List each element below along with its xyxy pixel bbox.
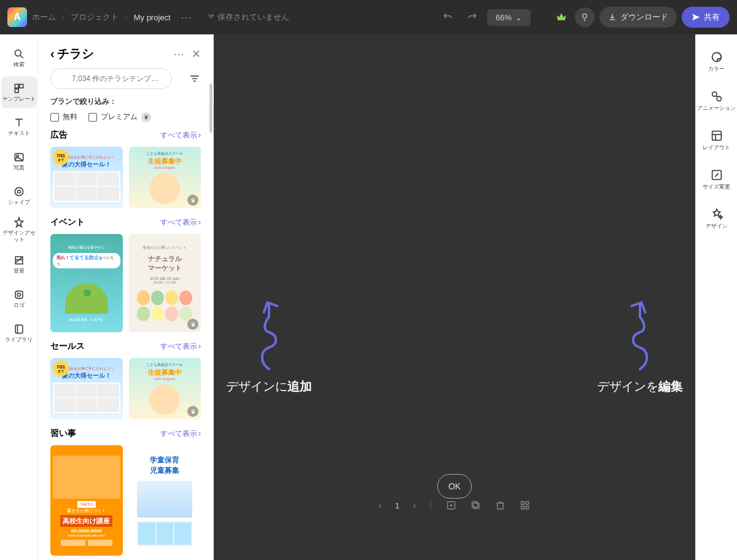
filter-premium-checkbox[interactable]: プレミアム♛ — [88, 112, 151, 122]
svg-rect-24 — [712, 131, 721, 141]
curly-arrow-icon — [251, 298, 287, 372]
rightbar-item-resize[interactable]: サイズ変更 — [697, 162, 736, 196]
svg-point-22 — [712, 92, 716, 96]
svg-rect-17 — [521, 502, 524, 505]
svg-rect-15 — [472, 502, 477, 507]
next-page-button[interactable]: › — [413, 500, 416, 510]
template-search-input[interactable] — [50, 68, 172, 89]
top-bar: A ホーム › プロジェクト › My project ⋯ 保存されていません … — [0, 0, 737, 34]
panel-close-button[interactable]: ✕ — [192, 47, 201, 61]
svg-point-1 — [15, 50, 21, 56]
panel-title: ‹ チラシ — [50, 45, 168, 62]
svg-rect-10 — [15, 291, 23, 298]
grid-view-button[interactable] — [519, 500, 530, 511]
svg-rect-16 — [497, 503, 503, 509]
sidebar-item-text[interactable]: テキスト — [1, 111, 37, 142]
panel-menu-button[interactable]: ⋯ — [173, 47, 184, 61]
premium-badge-icon: ♛ — [187, 319, 198, 330]
back-chevron-icon[interactable]: ‹ — [50, 47, 55, 61]
template-thumb[interactable]: 7/31まで 家電製品をお得に手に入れよう！ 夏の大得セール！ — [50, 147, 123, 208]
svg-rect-20 — [526, 507, 529, 510]
premium-badge-icon: ♛ — [187, 406, 198, 417]
svg-rect-2 — [15, 84, 18, 88]
ok-button[interactable]: OK — [437, 474, 472, 499]
left-toolbar: 検索 テンプレート テキスト 写真 シェイプ デザインアセット 背景 ロゴ ライ… — [0, 34, 38, 560]
svg-rect-4 — [15, 88, 18, 92]
filter-button[interactable] — [189, 72, 201, 85]
delete-page-button[interactable] — [494, 500, 505, 511]
svg-rect-19 — [521, 507, 524, 510]
sidebar-item-background[interactable]: 背景 — [1, 248, 37, 280]
sidebar-item-design-assets[interactable]: デザインアセット — [1, 214, 37, 246]
callout-add-to-design: デザインに追加 — [226, 298, 312, 395]
rightbar-item-layout[interactable]: レイアウト — [697, 123, 736, 157]
download-button[interactable]: ダウンロード — [599, 7, 677, 28]
template-thumb[interactable]: 地域の人に優しいイベント ナチュラル マーケット 4/15 sat 16 sun… — [129, 234, 201, 332]
rightbar-item-animation[interactable]: アニメーション — [697, 84, 736, 118]
breadcrumb-sep-icon: › — [125, 13, 127, 22]
breadcrumb: ホーム › プロジェクト › My project — [32, 12, 171, 23]
sidebar-item-shape[interactable]: シェイプ — [1, 179, 37, 211]
breadcrumb-home[interactable]: ホーム — [32, 12, 56, 23]
prev-page-button[interactable]: ‹ — [379, 500, 382, 510]
breadcrumb-sep-icon: › — [62, 13, 64, 22]
section-more-ads[interactable]: すべて表示 › — [160, 130, 201, 141]
breadcrumb-projects[interactable]: プロジェクト — [71, 12, 119, 23]
section-title-lessons: 習い事 — [50, 428, 76, 439]
save-status: 保存されていません — [206, 12, 289, 23]
add-page-button[interactable] — [445, 500, 456, 511]
chevron-down-icon: ⌄ — [515, 13, 522, 22]
svg-rect-3 — [19, 84, 23, 88]
svg-point-8 — [15, 187, 23, 195]
idea-button[interactable] — [575, 7, 595, 27]
svg-rect-18 — [526, 502, 529, 505]
sidebar-item-logo[interactable]: ロゴ — [1, 282, 37, 314]
filter-free-checkbox[interactable]: 無料 — [50, 112, 77, 122]
sidebar-item-search[interactable]: 検索 — [1, 42, 37, 74]
section-title-ads: 広告 — [50, 130, 68, 141]
svg-point-0 — [583, 14, 587, 18]
rightbar-item-color[interactable]: カラー — [697, 44, 736, 79]
breadcrumb-current[interactable]: My project — [134, 13, 171, 22]
template-thumb[interactable]: こども英会話スクール 生徒募集中 Kid's English ♛ — [129, 147, 201, 208]
duplicate-page-button[interactable] — [470, 500, 481, 511]
rightbar-item-design[interactable]: デザイン — [697, 201, 736, 236]
svg-point-23 — [717, 96, 721, 101]
share-button[interactable]: 共有 — [682, 7, 730, 28]
premium-badge-icon: ♛ — [187, 195, 198, 206]
undo-button[interactable] — [438, 7, 458, 27]
scrollbar[interactable] — [209, 84, 213, 133]
project-menu-button[interactable]: ⋯ — [176, 10, 197, 24]
templates-panel: › ‹ チラシ ⋯ ✕ プランで絞り込み： 無料 プレミアム♛ — [38, 34, 214, 560]
section-more-sales[interactable]: すべて表示 › — [160, 341, 201, 352]
section-more-event[interactable]: すべて表示 › — [160, 217, 201, 228]
template-thumb[interactable]: 学童保育 児童募集 — [129, 445, 201, 556]
redo-button[interactable] — [462, 7, 482, 27]
svg-point-7 — [17, 190, 20, 193]
premium-badge-icon[interactable] — [553, 9, 570, 26]
canvas-bottom-toolbar: ‹ 1 › | — [379, 500, 531, 511]
sidebar-item-library[interactable]: ライブラリ — [1, 317, 37, 349]
canvas-area[interactable]: デザインに追加 デザインを編集 OK ‹ 1 › | — [214, 34, 695, 560]
curly-arrow-icon — [622, 298, 658, 372]
callout-edit-design: デザインを編集 — [597, 298, 683, 395]
page-number: 1 — [395, 501, 399, 510]
section-title-sales: セールス — [50, 341, 85, 352]
app-logo[interactable]: A — [7, 7, 27, 27]
sidebar-item-photo[interactable]: 写真 — [1, 145, 37, 177]
filter-title: プランで絞り込み： — [50, 96, 201, 107]
section-title-event: イベント — [50, 217, 85, 228]
template-thumb[interactable]: こども英会話スクール 生徒募集中 Kid's English ♛ — [129, 358, 201, 419]
section-more-lessons[interactable]: すべて表示 › — [160, 429, 201, 439]
svg-rect-11 — [15, 325, 23, 333]
svg-rect-14 — [474, 503, 479, 508]
sidebar-item-templates[interactable]: テンプレート — [1, 76, 37, 108]
template-thumb[interactable]: 梅雨の毎日を華やかに 照れ！てるてる防止をつくろう NAMAE CAFE — [50, 234, 123, 332]
crown-icon: ♛ — [141, 112, 151, 122]
zoom-selector[interactable]: 66% ⌄ — [487, 9, 531, 26]
template-thumb[interactable]: 小論文の 書き方が身につく！ 高校生向け講座 00-0000-0000 www.… — [50, 445, 123, 556]
right-toolbar: カラー アニメーション レイアウト サイズ変更 デザイン — [695, 34, 737, 560]
template-thumb[interactable]: 7/31まで 家電製品をお得に手に入れよう！ 夏の大得セール！ — [50, 358, 123, 419]
